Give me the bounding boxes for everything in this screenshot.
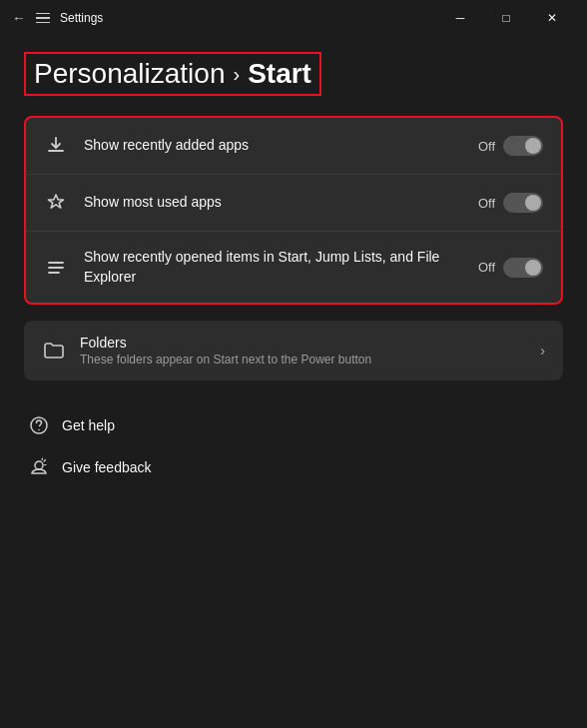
- recently-added-toggle[interactable]: [503, 136, 543, 156]
- window-title: Settings: [60, 11, 103, 25]
- folders-text: Folders These folders appear on Start ne…: [80, 335, 526, 366]
- breadcrumb-chevron: ›: [233, 63, 240, 86]
- recently-added-row: Show recently added apps Off: [26, 118, 561, 175]
- recently-opened-row: Show recently opened items in Start, Jum…: [26, 232, 561, 303]
- get-help-link[interactable]: Get help: [24, 404, 563, 446]
- folder-icon: [42, 339, 66, 363]
- breadcrumb-section: Personalization: [34, 58, 225, 90]
- recently-opened-control: Off: [478, 258, 543, 278]
- recently-added-control: Off: [478, 136, 543, 156]
- get-help-label: Get help: [62, 417, 115, 433]
- maximize-button[interactable]: □: [483, 3, 529, 33]
- most-used-row: Show most used apps Off: [26, 175, 561, 232]
- star-icon: [44, 191, 68, 215]
- main-content: Personalization › Start Show recently ad…: [0, 36, 587, 508]
- close-button[interactable]: ✕: [529, 3, 575, 33]
- page-title: Personalization › Start: [34, 58, 311, 90]
- back-button[interactable]: ←: [12, 10, 26, 26]
- recently-opened-label: Show recently opened items in Start, Jum…: [84, 248, 462, 287]
- give-feedback-link[interactable]: Give feedback: [24, 446, 563, 488]
- breadcrumb: Personalization › Start: [24, 52, 321, 96]
- recently-opened-status: Off: [478, 260, 495, 275]
- svg-point-1: [38, 429, 40, 431]
- folders-chevron-icon: ›: [540, 343, 545, 359]
- svg-point-2: [35, 461, 43, 469]
- titlebar: ← Settings ─ □ ✕: [0, 0, 587, 36]
- folders-subtitle: These folders appear on Start next to th…: [80, 353, 526, 366]
- most-used-control: Off: [478, 193, 543, 213]
- give-feedback-icon: [28, 456, 50, 478]
- breadcrumb-current: Start: [248, 58, 311, 90]
- most-used-toggle[interactable]: [503, 193, 543, 213]
- recently-added-status: Off: [478, 139, 495, 154]
- folders-card: Folders These folders appear on Start ne…: [24, 321, 563, 380]
- recently-opened-toggle[interactable]: [503, 258, 543, 278]
- menu-button[interactable]: [36, 13, 50, 24]
- window-controls: ─ □ ✕: [437, 3, 575, 33]
- folders-row[interactable]: Folders These folders appear on Start ne…: [24, 321, 563, 380]
- minimize-button[interactable]: ─: [437, 3, 483, 33]
- most-used-label: Show most used apps: [84, 193, 462, 213]
- most-used-status: Off: [478, 196, 495, 211]
- download-icon: [44, 134, 68, 158]
- settings-card: Show recently added apps Off Show most u…: [24, 116, 563, 305]
- list-icon: [44, 256, 68, 280]
- give-feedback-label: Give feedback: [62, 459, 152, 475]
- get-help-icon: [28, 414, 50, 436]
- help-links: Get help Give feedback: [24, 400, 563, 492]
- folders-title: Folders: [80, 335, 526, 351]
- recently-added-label: Show recently added apps: [84, 136, 462, 156]
- titlebar-left: ← Settings: [12, 10, 103, 26]
